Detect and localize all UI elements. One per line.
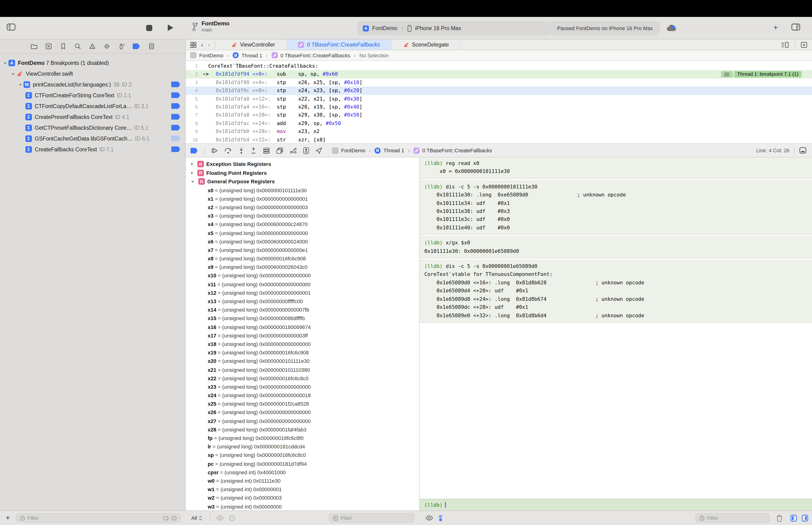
step-out-icon[interactable] — [250, 147, 257, 154]
forward-icon[interactable]: › — [208, 41, 210, 48]
console-output[interactable]: (lldb) reg read x0 x0 = 0x0000000101111e… — [419, 158, 812, 499]
memory-graph-icon[interactable] — [276, 147, 284, 154]
variables-filter-field[interactable] — [329, 513, 414, 523]
check-badge-icon[interactable] — [171, 515, 177, 521]
register-row[interactable]: x8 = (unsigned long) 0x000000016fc6c908 — [186, 254, 419, 263]
disclosure-icon[interactable] — [191, 181, 194, 183]
debug-area-toggle-icon[interactable] — [799, 147, 806, 154]
jumpbar-selection[interactable]: No Selection — [359, 52, 389, 58]
register-row[interactable]: x4 = (unsigned long) 0x0000600000c24870 — [186, 220, 419, 229]
code-line[interactable]: 100x181d7dfb4 <+32>: str xzr, [x8] — [186, 136, 812, 144]
jumpbar-thread[interactable]: Thread 1 — [242, 52, 262, 58]
register-row[interactable]: x10 = (unsigned long) 0x0000000000000000 — [186, 271, 419, 280]
breakpoint-outline-icon[interactable] — [164, 515, 169, 521]
register-group-header[interactable]: RFloating Point Registers — [186, 168, 419, 177]
breakpoint-filter-field[interactable] — [16, 513, 181, 523]
register-row[interactable]: x19 = (unsigned long) 0x000000016fc6c908 — [186, 348, 419, 357]
lldb-prompt[interactable]: (lldb) — [419, 499, 812, 510]
register-row[interactable]: x6 = (unsigned long) 0x0000600000024000 — [186, 237, 419, 245]
sidebar-left-toggle-icon[interactable] — [6, 24, 16, 31]
breakpoint-toggle-badge[interactable] — [171, 124, 181, 131]
register-row[interactable]: x25 = (unsigned long) 0x00000001f2ca8528 — [186, 400, 419, 408]
panel-right-toggle-icon[interactable] — [802, 511, 808, 525]
register-row[interactable]: lr = (unsigned long) 0x0000000181cddcd4 — [186, 442, 419, 451]
register-row[interactable]: x16 = (unsigned long) 0x0000000180069674 — [186, 322, 419, 331]
scheme-device-label[interactable]: iPhone 16 Pro Max — [415, 25, 461, 31]
register-row[interactable]: cpsr = (unsigned int) 0x40001000 — [186, 468, 419, 476]
register-row[interactable]: x23 = (unsigned long) 0x0000000000000000 — [186, 382, 419, 391]
continue-icon[interactable] — [211, 147, 218, 154]
register-row[interactable]: x2 = (unsigned long) 0x0000000000000003 — [186, 203, 419, 211]
scheme-selector[interactable]: A FontDemo › iPhone 16 Pro Max — [357, 21, 551, 35]
code-line[interactable]: 40x181d7df9c <+8>: stp x24, x23, [sp, #0… — [186, 87, 812, 95]
code-line[interactable]: 1CoreText`TBaseFont::CreateFallbacks: — [186, 62, 812, 70]
line-number[interactable]: 1 — [186, 62, 202, 70]
breakpoint-row[interactable]: ΣCreateFallbacks CoreTextID 7.1 — [0, 144, 185, 155]
register-row[interactable]: x13 = (unsigned long) 0x00000000fffffc00 — [186, 297, 419, 305]
console-command-block[interactable]: (lldb) reg read x0 x0 = 0x0000000101111e… — [419, 158, 812, 179]
add-editor-icon[interactable] — [801, 42, 807, 48]
run-button[interactable] — [168, 25, 173, 31]
bookmarks-navigator-icon[interactable] — [59, 43, 66, 50]
step-over-icon[interactable] — [224, 147, 232, 154]
scope-popup[interactable]: All — [191, 515, 197, 521]
register-row[interactable]: x5 = (unsigned long) 0x0000000000000000 — [186, 229, 419, 237]
scheme-app-label[interactable]: FontDemo — [372, 25, 397, 31]
register-row[interactable]: pc = (unsigned long) 0x0000000181d7df94 — [186, 460, 419, 468]
register-row[interactable]: sp = (unsigned long) 0x000000016fc6c8c0 — [186, 451, 419, 460]
breakpoint-row[interactable]: ΣGetCTPresetFallbacksDictionary Core…ID … — [0, 122, 185, 133]
code-line[interactable]: 90x181d7dfb0 <+28>: mov x23, x2 — [186, 127, 812, 136]
trash-icon[interactable] — [776, 511, 782, 525]
filter-input[interactable] — [27, 515, 161, 521]
register-row[interactable]: x28 = (unsigned long) 0x00000001faf4fab3 — [186, 425, 419, 434]
breakpoint-row[interactable]: ΣCreatePresetFallbacks CoreTextID 4.1 — [0, 111, 185, 122]
disclosure-icon[interactable] — [191, 171, 193, 174]
breakpoint-row[interactable]: ΣCTFontCreateForString CoreTextID 1.1 — [0, 90, 185, 101]
line-number[interactable]: 7 — [186, 111, 202, 119]
register-row[interactable]: x24 = (unsigned long) 0x0000000000000018 — [186, 391, 419, 400]
register-row[interactable]: x15 = (unsigned long) 0x0000000086dffffb — [186, 314, 419, 322]
line-number[interactable]: 9 — [186, 127, 202, 136]
register-row[interactable]: x11 = (unsigned long) 0x0000000000000000 — [186, 280, 419, 288]
annotation-grip-icon[interactable] — [721, 71, 733, 78]
jumpbar-project[interactable]: FontDemo — [199, 52, 224, 58]
breakpoint-hit-annotation[interactable]: Thread 1: breakpoint 7.1 (1) — [721, 71, 802, 78]
tab-viewcontroller[interactable]: ViewController — [220, 40, 287, 50]
project-navigator-icon[interactable] — [30, 43, 37, 50]
register-row[interactable]: x27 = (unsigned long) 0x0000000000000000 — [186, 417, 419, 425]
console-command-block[interactable]: (lldb) x/gx $x00x101111e30: 0x00000001e6… — [419, 237, 812, 259]
register-row[interactable]: w0 = (unsigned int) 0x01111e30 — [186, 477, 419, 485]
sidebar-right-toggle-icon[interactable] — [791, 24, 800, 31]
register-row[interactable]: x7 = (unsigned long) 0x00000000000000e1 — [186, 246, 419, 254]
breakpoint-row[interactable]: MprintCascadeList(for:languages:)38ID 2 — [0, 79, 185, 90]
jumpbar-frame[interactable]: 0 TBaseFont::CreateFallbacks — [280, 52, 350, 58]
breakpoint-row[interactable]: ΣGSFontCacheGetData libGSFontCach…ID 6.1 — [0, 133, 185, 144]
register-row[interactable]: x21 = (unsigned long) 0x0000000101110380 — [186, 365, 419, 374]
variables-info-icon[interactable] — [229, 511, 235, 525]
code-line[interactable]: 60x181d7dfa4 <+16>: stp x20, x19, [sp, #… — [186, 103, 812, 111]
reports-navigator-icon[interactable] — [148, 43, 155, 50]
disclosure-icon[interactable] — [4, 62, 6, 64]
variables-eye-icon[interactable] — [216, 511, 224, 525]
breakpoint-toggle-badge[interactable] — [171, 135, 181, 141]
line-number[interactable]: 10 — [186, 136, 202, 144]
breakpoint-row[interactable]: AFontDemo 7 Breakpoints (1 disabled) — [0, 57, 185, 68]
breakpoint-toggle-badge[interactable] — [171, 114, 181, 120]
register-row[interactable]: w2 = (unsigned int) 0x00000003 — [186, 494, 419, 502]
register-row[interactable]: x22 = (unsigned long) 0x000000016fc6c8c0 — [186, 374, 419, 382]
register-group-header[interactable]: RGeneral Purpose Registers — [186, 177, 419, 186]
line-number[interactable]: 8 — [186, 119, 202, 127]
line-number[interactable]: 5 — [186, 95, 202, 103]
find-navigator-icon[interactable] — [74, 43, 81, 50]
filter-input[interactable] — [340, 515, 411, 521]
breakpoint-toggle-badge[interactable] — [171, 103, 181, 109]
line-number[interactable]: 4 — [186, 87, 202, 95]
register-row[interactable]: x14 = (unsigned long) 0x00000000000007fb — [186, 305, 419, 314]
line-number[interactable]: 3 — [186, 78, 202, 87]
filter-input[interactable] — [707, 515, 766, 521]
register-row[interactable]: w1 = (unsigned int) 0x00000001 — [186, 485, 419, 494]
debug-navigator-icon[interactable] — [118, 43, 125, 50]
breakpoint-toggle-badge[interactable] — [171, 92, 181, 98]
stacked-circles-icon[interactable] — [303, 147, 309, 154]
register-group-header[interactable]: RException State Registers — [186, 160, 419, 168]
